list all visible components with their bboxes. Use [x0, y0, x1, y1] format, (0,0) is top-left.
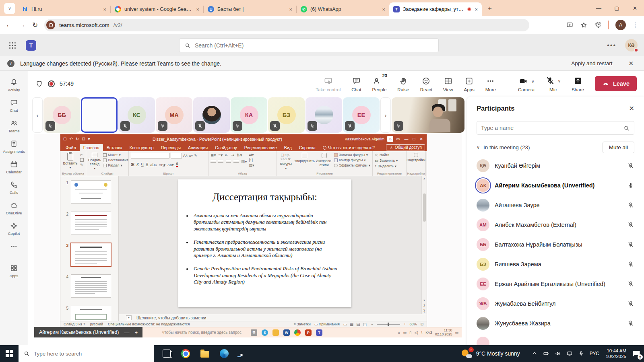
- people-button[interactable]: 23 People: [372, 76, 387, 92]
- quick-styles-button[interactable]: Экспресс-стили: [316, 153, 332, 167]
- justify-icon[interactable]: [233, 160, 239, 163]
- shape-outline-button[interactable]: Контур фигуры ▾: [334, 158, 370, 162]
- underline-button[interactable]: Ч: [141, 162, 144, 167]
- tab-view[interactable]: Вид: [281, 144, 295, 151]
- shadow-button[interactable]: S: [146, 162, 149, 167]
- panel-close-icon[interactable]: ✕: [629, 105, 634, 112]
- chrome-icon[interactable]: [181, 349, 190, 358]
- participant-tile-ee[interactable]: ЕЕ: [343, 97, 380, 133]
- zoom-in-icon[interactable]: +: [404, 322, 406, 326]
- indent-icon[interactable]: ⇥: [231, 153, 234, 157]
- sidebar-item-more[interactable]: [0, 239, 28, 255]
- slide-thumbnail-5[interactable]: [71, 306, 111, 321]
- browser-tab-teams-active[interactable]: T Заседание кафедры_утвер ×: [389, 2, 482, 16]
- action-center-button[interactable]: 2: [629, 345, 644, 362]
- save-icon[interactable]: ⊟: [63, 137, 66, 141]
- addins-button[interactable]: Надстройки: [407, 153, 425, 162]
- live-video-tile[interactable]: [392, 97, 464, 133]
- layout-button[interactable]: Макет ▾: [103, 153, 129, 157]
- participant-row[interactable]: Жунусбаева Жазира: [477, 313, 634, 333]
- start-button[interactable]: [0, 345, 19, 362]
- shapes-button[interactable]: ▢○▷⬭△☆Фигуры▾: [279, 153, 293, 170]
- section-chevron-icon[interactable]: ∨: [477, 145, 480, 150]
- participant-row[interactable]: АМ Алибек Махамбетов (External): [477, 215, 634, 234]
- align-center-icon[interactable]: [218, 160, 223, 163]
- copy-icon[interactable]: [80, 158, 84, 162]
- banner-close-icon[interactable]: ✕: [628, 60, 634, 67]
- fit-slide-icon[interactable]: ⊡: [420, 322, 423, 326]
- tab-design[interactable]: Конструктор: [126, 144, 157, 151]
- italic-button[interactable]: К: [136, 162, 139, 167]
- teams-search[interactable]: [179, 38, 439, 52]
- reset-button[interactable]: Восстановить: [103, 158, 129, 162]
- install-icon[interactable]: [566, 21, 574, 29]
- slide-thumbnail-4[interactable]: [71, 274, 111, 298]
- sidebar-item-copilot[interactable]: Copilot: [0, 218, 28, 239]
- scroll-down-icon[interactable]: ▼: [423, 299, 426, 302]
- tab-help[interactable]: Справка: [295, 144, 319, 151]
- outdent-icon[interactable]: ⇤: [225, 153, 228, 157]
- slide-thumbnail-2[interactable]: [71, 212, 111, 235]
- waffle-icon[interactable]: [8, 41, 17, 50]
- ppt-share-button[interactable]: Общий доступ: [386, 144, 425, 150]
- quick-access-toolbar[interactable]: ⊟↶↻⊡▾: [63, 137, 90, 141]
- language-indicator[interactable]: русский: [90, 322, 103, 326]
- leave-button[interactable]: Leave: [595, 76, 637, 91]
- tab-insert[interactable]: Вставка: [103, 144, 126, 151]
- mic-off-icon[interactable]: [627, 319, 634, 327]
- teams-logo-icon[interactable]: T: [26, 40, 36, 51]
- mic-button[interactable]: ∨ Mic: [545, 76, 561, 92]
- char-spacing-button[interactable]: АВ̲▾: [159, 163, 165, 167]
- section-button[interactable]: Раздел ▾: [103, 163, 129, 167]
- scroll-up-icon[interactable]: ▲: [423, 177, 426, 180]
- sidebar-item-apps[interactable]: Apps: [0, 261, 28, 281]
- participant-search-input[interactable]: [481, 125, 620, 131]
- change-case-button[interactable]: Аа▾: [167, 163, 174, 167]
- sidebar-item-onedrive[interactable]: OneDrive: [0, 198, 28, 218]
- chevron-down-icon[interactable]: ∨: [558, 79, 561, 83]
- tab-close-icon[interactable]: ×: [475, 6, 478, 12]
- mic-off-icon[interactable]: [627, 280, 634, 288]
- teams-search-input[interactable]: [195, 42, 433, 49]
- keyboard-language[interactable]: РУС: [590, 351, 599, 356]
- next-slide-button[interactable]: ∨∨: [423, 309, 425, 313]
- back-icon[interactable]: ←: [6, 21, 12, 29]
- file-explorer-icon[interactable]: [200, 351, 209, 358]
- tell-me-box[interactable]: Что вы хотите сделать?: [319, 144, 378, 151]
- shrink-font-icon[interactable]: A˅: [189, 154, 193, 158]
- zoom-slider[interactable]: [377, 324, 400, 325]
- camera-button[interactable]: ∨ Camera: [518, 77, 535, 92]
- mic-off-icon[interactable]: [627, 241, 634, 248]
- tray-chevron-icon[interactable]: [531, 350, 538, 357]
- sidebar-item-chat[interactable]: Chat: [0, 95, 28, 116]
- apps-button[interactable]: Apps: [464, 76, 475, 92]
- share-button[interactable]: Share: [572, 76, 584, 92]
- sidebar-item-activity[interactable]: Activity: [0, 75, 28, 95]
- notes-collapse-icon[interactable]: ▾: [126, 315, 132, 320]
- zoom-level[interactable]: 68%: [409, 322, 417, 326]
- scroll-thumb[interactable]: [423, 193, 426, 222]
- task-view-icon[interactable]: [163, 350, 171, 358]
- tab-animations[interactable]: Анимация: [184, 144, 211, 151]
- teams-more-icon[interactable]: •••: [607, 42, 616, 49]
- mic-off-icon[interactable]: [627, 260, 634, 268]
- browser-profile-avatar[interactable]: A: [615, 20, 626, 30]
- font-color-button[interactable]: А: [176, 162, 179, 167]
- ppt-maximize-button[interactable]: □: [413, 137, 415, 141]
- bookmark-star-icon[interactable]: [580, 21, 588, 29]
- new-slide-button[interactable]: Создать слайд▾: [88, 153, 101, 170]
- redo-icon[interactable]: ↻: [76, 137, 79, 141]
- taskbar-clock[interactable]: 10:44 AM 10/2/2025: [606, 348, 626, 360]
- browser-tab-google[interactable]: univer system - Google Search ×: [111, 2, 203, 16]
- previous-slide-button[interactable]: ∧∧: [423, 304, 425, 307]
- zoom-in-control[interactable]: +: [135, 329, 138, 335]
- numbering-icon[interactable]: ≡▾: [218, 153, 223, 157]
- mic-off-icon[interactable]: [627, 300, 634, 307]
- participant-search[interactable]: [477, 121, 634, 135]
- mute-all-button[interactable]: Mute all: [603, 142, 634, 153]
- align-left-icon[interactable]: [211, 160, 216, 163]
- participant-row[interactable]: ҚӘ Куанбай Әйгерім: [477, 156, 634, 175]
- font-name-box[interactable]: [131, 153, 169, 158]
- raise-hand-button[interactable]: Raise: [397, 76, 409, 92]
- participant-row-partial[interactable]: [477, 333, 634, 345]
